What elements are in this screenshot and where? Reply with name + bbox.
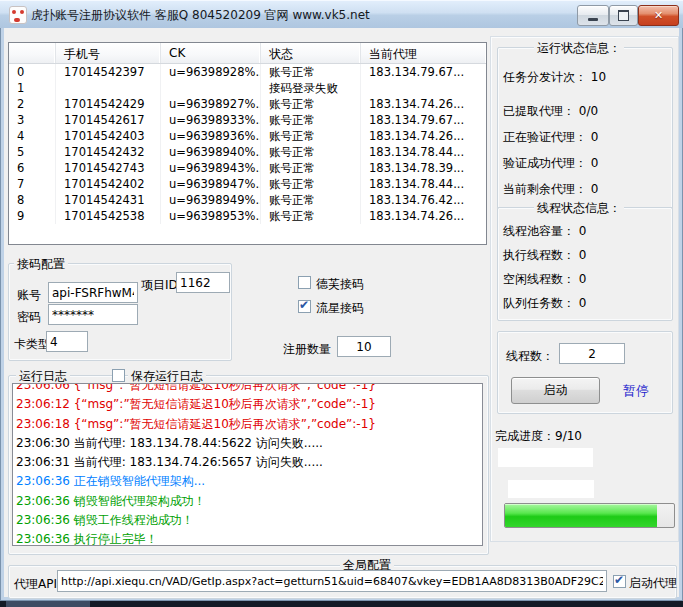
table-cell: u=96398936%... bbox=[161, 128, 261, 144]
progress-value: 9/10 bbox=[555, 429, 582, 443]
log-line: 23:06:36 销毁工作线程池成功！ bbox=[16, 511, 482, 530]
column-header[interactable]: 状态 bbox=[261, 43, 361, 63]
column-header[interactable]: CK bbox=[161, 43, 261, 63]
log-line: 23:06:36 销毁智能代理架构成功！ bbox=[16, 492, 482, 511]
project-id-input[interactable] bbox=[176, 272, 230, 293]
table-cell: 账号正常 bbox=[261, 192, 361, 208]
save-log-checkbox[interactable]: ✔ bbox=[112, 369, 125, 382]
redacted-box bbox=[498, 448, 593, 467]
table-row[interactable]: 817014542431u=96398949%...账号正常183.134.76… bbox=[9, 192, 486, 208]
table-cell: 17014542429 bbox=[56, 96, 161, 112]
run-status-title: 运行状态信息： bbox=[534, 40, 624, 57]
table-cell: 账号正常 bbox=[261, 112, 361, 128]
minimize-button[interactable] bbox=[577, 5, 609, 26]
table-header: 手机号CK状态当前代理 bbox=[9, 43, 486, 64]
password-label: 密码 bbox=[17, 309, 41, 326]
card-type-label: 卡类型 bbox=[14, 336, 50, 353]
table-cell: 3 bbox=[9, 112, 56, 128]
account-input[interactable] bbox=[48, 282, 138, 303]
account-label: 账号 bbox=[17, 287, 41, 304]
table-cell: 账号正常 bbox=[261, 160, 361, 176]
table-cell: 7 bbox=[9, 176, 56, 192]
thread-count-input[interactable] bbox=[559, 343, 625, 364]
table-cell: 183.134.78.44... bbox=[361, 176, 486, 192]
table-cell: 1 bbox=[9, 80, 56, 96]
password-input[interactable] bbox=[48, 304, 138, 325]
column-header[interactable]: 手机号 bbox=[56, 43, 161, 63]
table-row[interactable]: 017014542397u=96398928%...账号正常183.134.79… bbox=[9, 64, 486, 80]
table-cell: 接码登录失败 bbox=[261, 80, 361, 96]
table-row[interactable]: 1接码登录失败 bbox=[9, 80, 486, 96]
table-cell: 17014542743 bbox=[56, 160, 161, 176]
table-cell: u=96398933%... bbox=[161, 112, 261, 128]
status-item: 队列任务数： 0 bbox=[503, 295, 673, 312]
table-cell: 账号正常 bbox=[261, 144, 361, 160]
thread-count-label: 线程数： bbox=[506, 348, 554, 365]
proxy-api-label: 代理API bbox=[14, 576, 57, 593]
log-line: 23:06:36 正在销毁智能代理架构... bbox=[16, 472, 482, 491]
status-item: 已提取代理： 0/0 bbox=[503, 103, 673, 120]
table-row[interactable]: 917014542538u=96398953%...账号正常183.134.74… bbox=[9, 208, 486, 224]
start-proxy-label: 启动代理 bbox=[629, 575, 677, 592]
table-row[interactable]: 717014542402u=96398947%...账号正常183.134.78… bbox=[9, 176, 486, 192]
thread-status-title: 线程状态信息： bbox=[534, 200, 624, 217]
log-line: 23:06:31 当前代理: 183.134.74.26:5657 访问失败..… bbox=[16, 453, 482, 472]
table-cell: 4 bbox=[9, 128, 56, 144]
log-output[interactable]: 23:06:06 {“msg”:”暂无短信请延迟10秒后再次请求”,”code”… bbox=[12, 383, 483, 546]
pause-link[interactable]: 暂停 bbox=[623, 382, 649, 400]
table-cell: 17014542538 bbox=[56, 208, 161, 224]
dove-code-checkbox[interactable]: ✔ bbox=[298, 276, 311, 289]
window-title: 虎扑账号注册协议软件 客服Q 804520209 官网 www.vk5.net bbox=[31, 7, 370, 24]
register-count-input[interactable] bbox=[337, 336, 391, 357]
run-status-items: 任务分发计次： 10已提取代理： 0/0正在验证代理： 0验证成功代理： 0当前… bbox=[503, 69, 673, 207]
column-header[interactable]: 当前代理 bbox=[361, 43, 486, 63]
log-line: 23:06:36 执行停止完毕！ bbox=[16, 530, 482, 546]
table-cell: 17014542397 bbox=[56, 64, 161, 80]
maximize-button[interactable] bbox=[609, 5, 638, 26]
status-item: 验证成功代理： 0 bbox=[503, 155, 673, 172]
table-cell: 17014542402 bbox=[56, 176, 161, 192]
table-row[interactable]: 517014542432u=96398940%...账号正常183.134.78… bbox=[9, 144, 486, 160]
dove-code-label: 德芙接码 bbox=[316, 276, 364, 293]
table-row[interactable]: 617014542743u=96398943%...账号正常183.134.78… bbox=[9, 160, 486, 176]
card-type-input[interactable] bbox=[46, 331, 88, 352]
table-cell bbox=[361, 80, 486, 96]
progress-label: 完成进度： bbox=[495, 429, 555, 443]
table-cell: 183.134.78.39... bbox=[361, 160, 486, 176]
table-cell: 183.134.76.42... bbox=[361, 192, 486, 208]
table-row[interactable]: 317014542617u=96398933%...账号正常183.134.79… bbox=[9, 112, 486, 128]
table-cell bbox=[56, 80, 161, 96]
table-cell: 账号正常 bbox=[261, 208, 361, 224]
table-cell: 账号正常 bbox=[261, 96, 361, 112]
start-proxy-checkbox[interactable]: ✔ bbox=[613, 575, 626, 588]
status-item: 空闲线程数： 0 bbox=[503, 271, 673, 288]
table-cell: 183.134.74.26... bbox=[361, 208, 486, 224]
table-row[interactable]: 417014542403u=96398936%...账号正常183.134.74… bbox=[9, 128, 486, 144]
minimize-icon bbox=[588, 18, 598, 21]
table-cell: 183.134.74.26... bbox=[361, 96, 486, 112]
accounts-table[interactable]: 手机号CK状态当前代理 017014542397u=96398928%...账号… bbox=[8, 42, 487, 245]
table-cell: 9 bbox=[9, 208, 56, 224]
close-button[interactable]: ✕ bbox=[638, 5, 679, 26]
table-cell: 6 bbox=[9, 160, 56, 176]
check-icon: ✔ bbox=[614, 573, 624, 587]
column-header[interactable] bbox=[9, 43, 56, 63]
table-cell: 0 bbox=[9, 64, 56, 80]
title-bar[interactable]: 虎扑账号注册协议软件 客服Q 804520209 官网 www.vk5.net … bbox=[0, 0, 683, 28]
table-cell: u=96398949%... bbox=[161, 192, 261, 208]
code-config-group-title: 接码配置 bbox=[14, 256, 68, 273]
status-item: 正在验证代理： 0 bbox=[503, 129, 673, 146]
start-button[interactable]: 启动 bbox=[511, 377, 600, 404]
taskbar-sliver bbox=[0, 601, 683, 607]
table-cell: u=96398940%... bbox=[161, 144, 261, 160]
table-cell: 账号正常 bbox=[261, 128, 361, 144]
table-cell bbox=[161, 80, 261, 96]
table-cell: 2 bbox=[9, 96, 56, 112]
table-row[interactable]: 217014542429u=96398927%...账号正常183.134.74… bbox=[9, 96, 486, 112]
meteor-code-checkbox[interactable]: ✔ bbox=[298, 300, 311, 313]
status-item: 当前剩余代理： 0 bbox=[503, 181, 673, 198]
proxy-api-input[interactable] bbox=[57, 570, 607, 592]
table-cell: u=96398928%... bbox=[161, 64, 261, 80]
close-icon: ✕ bbox=[654, 10, 663, 21]
log-line: 23:06:18 {“msg”:”暂无短信请延迟10秒后再次请求”,”code”… bbox=[16, 415, 482, 434]
